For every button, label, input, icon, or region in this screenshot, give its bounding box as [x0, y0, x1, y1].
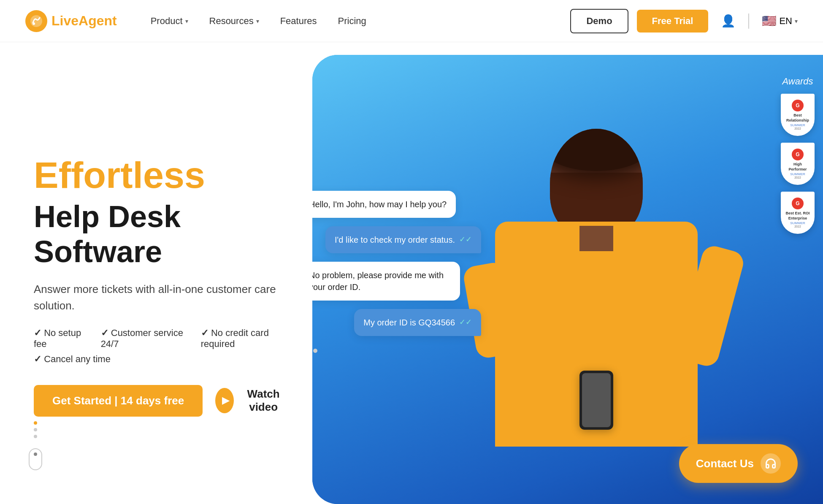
watch-video-label: Watch video — [240, 387, 287, 414]
scroll-dot — [34, 435, 37, 438]
scroll-dot — [34, 421, 37, 425]
free-trial-button[interactable]: Free Trial — [637, 10, 709, 33]
contact-label: Contact Us — [696, 457, 754, 470]
chat-typing: C — [312, 344, 481, 368]
nav-resources[interactable]: Resources ▾ — [209, 16, 259, 27]
person-silhouette — [478, 129, 715, 504]
hero-title-black: Help Desk Software — [34, 199, 287, 269]
play-icon — [215, 388, 234, 413]
person-phone — [579, 371, 613, 430]
svg-point-1 — [32, 22, 35, 25]
scroll-indicator — [29, 421, 42, 470]
hero-section: Effortless Help Desk Software Answer mor… — [0, 42, 823, 504]
check-no-setup: No setup fee — [34, 328, 86, 350]
award-year-3: 2022 — [794, 225, 801, 228]
scroll-oval — [29, 448, 42, 470]
award-badge-3: G Best Est. ROI Enterprise SUMMER 2022 — [781, 192, 815, 234]
awards-title: Awards — [782, 76, 813, 87]
nav-links: Product ▾ Resources ▾ Features Pricing — [151, 16, 571, 27]
chat-message-2: I'd like to check my order status. ✓✓ — [312, 226, 481, 253]
award-sub-2: SUMMER — [790, 172, 805, 176]
watch-video-button[interactable]: Watch video — [215, 387, 287, 414]
hero-cta: Get Started | 14 days free Watch video — [34, 385, 287, 417]
award-sub-1: SUMMER — [790, 123, 805, 127]
typing-indicator — [312, 344, 317, 357]
nav-divider — [748, 14, 749, 29]
chat-bubble-2: I'd like to check my order status. ✓✓ — [325, 226, 481, 253]
check-cancel: Cancel any time — [34, 354, 111, 365]
headset-icon — [761, 453, 781, 474]
person-body — [495, 222, 698, 447]
contact-us-button[interactable]: Contact Us — [679, 444, 798, 483]
nav-product[interactable]: Product ▾ — [151, 16, 188, 27]
nav-actions: Demo Free Trial 👤 🇺🇸 EN ▾ — [570, 9, 798, 33]
person-area — [453, 77, 740, 504]
navbar: LiveAgent Product ▾ Resources ▾ Features… — [0, 0, 823, 42]
award-year-2: 2022 — [794, 176, 801, 179]
hero-content: Effortless Help Desk Software Answer mor… — [0, 42, 312, 504]
scroll-dot — [34, 428, 37, 431]
g2-logo-2: G — [792, 149, 804, 160]
chevron-down-icon: ▾ — [185, 18, 188, 24]
g2-logo-1: G — [792, 100, 804, 111]
g2-logo-3: G — [792, 198, 804, 209]
phone-screen — [582, 373, 611, 427]
typing-dot-3 — [313, 349, 317, 353]
chat-overlay: J Hello, I'm John, how may I help you? I… — [312, 191, 481, 368]
hero-subtitle: Answer more tickets with all-in-one cust… — [34, 281, 287, 314]
hero-features: No setup fee Customer service 24/7 No cr… — [34, 328, 287, 365]
nav-pricing[interactable]: Pricing — [338, 16, 366, 27]
person-arm-right — [674, 243, 746, 368]
award-sub-3: SUMMER — [790, 221, 805, 225]
award-label-2: High Performer — [784, 162, 811, 172]
hero-visual: J Hello, I'm John, how may I help you? I… — [312, 55, 823, 504]
chevron-down-icon: ▾ — [795, 18, 798, 24]
awards-section: Awards G Best Relationship SUMMER 2022 G… — [781, 76, 815, 234]
person-hair — [550, 129, 643, 171]
chat-message-1: J Hello, I'm John, how may I help you? — [312, 191, 481, 218]
demo-button[interactable]: Demo — [570, 9, 628, 33]
hero-title-orange: Effortless — [34, 155, 287, 196]
svg-point-0 — [30, 15, 42, 27]
read-receipts-2: ✓✓ — [459, 317, 472, 328]
chevron-down-icon: ▾ — [256, 18, 259, 24]
hero-check-row-1: No setup fee Customer service 24/7 No cr… — [34, 328, 287, 350]
award-badge-1: G Best Relationship SUMMER 2022 — [781, 94, 815, 136]
hero-check-row-2: Cancel any time — [34, 354, 287, 365]
read-receipts: ✓✓ — [459, 234, 472, 245]
logo[interactable]: LiveAgent — [25, 10, 117, 32]
chat-bubble-3: No problem, please provide me with your … — [312, 262, 460, 301]
get-started-button[interactable]: Get Started | 14 days free — [34, 385, 203, 417]
chat-message-3: J No problem, please provide me with you… — [312, 262, 481, 301]
nav-features[interactable]: Features — [280, 16, 317, 27]
check-no-credit: No credit card required — [201, 328, 287, 350]
chat-message-4: My order ID is GQ34566 ✓✓ — [312, 309, 481, 336]
user-icon[interactable]: 👤 — [721, 14, 736, 28]
person-neck — [579, 226, 613, 251]
check-customer-service: Customer service 24/7 — [101, 328, 186, 350]
chat-bubble-1: Hello, I'm John, how may I help you? — [312, 191, 456, 218]
brand-name: LiveAgent — [51, 13, 117, 29]
chat-bubble-4: My order ID is GQ34566 ✓✓ — [354, 309, 481, 336]
logo-icon — [25, 10, 47, 32]
language-selector[interactable]: 🇺🇸 EN ▾ — [762, 14, 798, 28]
award-label-1: Best Relationship — [784, 113, 811, 123]
award-badge-2: G High Performer SUMMER 2022 — [781, 143, 815, 185]
flag-icon: 🇺🇸 — [762, 14, 777, 28]
award-label-3: Best Est. ROI Enterprise — [784, 211, 811, 221]
award-year-1: 2022 — [794, 127, 801, 130]
